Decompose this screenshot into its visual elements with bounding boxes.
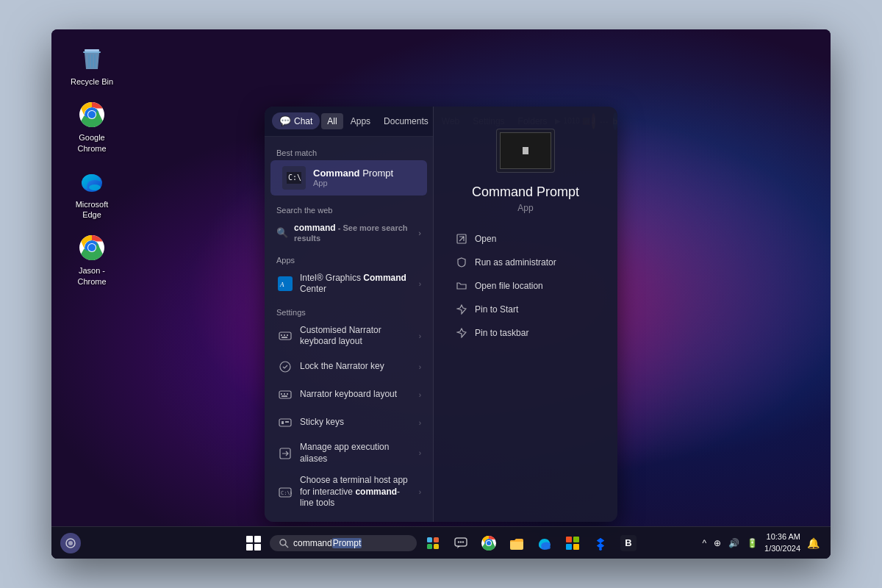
detail-app-icon — [496, 129, 555, 173]
action-file-location-label: Open file location — [475, 281, 543, 291]
notification-icon[interactable]: 🔔 — [805, 536, 822, 551]
search-web-icon: 🔍 — [276, 227, 288, 238]
web-search-item[interactable]: 🔍 command - See more search results › — [265, 218, 433, 248]
wifi-tray-icon[interactable]: ⊕ — [711, 537, 723, 550]
web-query-bold: command — [294, 223, 336, 233]
svg-text:C:\>: C:\> — [281, 490, 292, 496]
tab-chat[interactable]: 💬 Chat — [272, 112, 320, 129]
edge-taskbar-icon — [537, 535, 553, 551]
taskbar-edge-icon[interactable] — [533, 531, 556, 555]
cortana-button[interactable] — [60, 533, 81, 553]
taskbar-widgets-icon[interactable] — [421, 531, 445, 555]
desktop-icon-recycle-bin[interactable]: Recycle Bin — [66, 44, 118, 87]
taskbar-chrome-icon[interactable] — [477, 531, 501, 555]
taskbar-center: commandPrompt — [242, 531, 640, 555]
action-open-label: Open — [475, 234, 496, 244]
action-run-admin[interactable]: Run as administrator — [448, 251, 603, 273]
svg-point-48 — [462, 541, 464, 542]
svg-text:C:\>: C:\> — [288, 173, 301, 182]
tab-documents-label: Documents — [384, 116, 429, 126]
svg-point-24 — [280, 362, 290, 372]
clock-time: 10:36 AM — [764, 531, 800, 542]
start-menu: 💬 Chat All Apps Documents Web Settings — [265, 107, 617, 522]
tab-documents[interactable]: Documents — [378, 113, 434, 129]
cmd-preview — [500, 132, 551, 169]
monitor: Recycle Bin Google Chrome — [51, 29, 831, 559]
taskbar-b-icon[interactable]: B — [617, 531, 640, 555]
intel-arrow: › — [419, 280, 421, 288]
search-tabs: 💬 Chat All Apps Documents Web Settings — [265, 107, 433, 137]
svg-point-39 — [280, 539, 286, 545]
detail-app-name: Command Prompt — [472, 184, 579, 200]
best-match-type: App — [313, 179, 393, 187]
cmd-icon: C:\> — [282, 166, 306, 190]
svg-point-52 — [487, 541, 491, 545]
svg-rect-27 — [284, 393, 285, 395]
sticky-keys-item[interactable]: Sticky keys › — [265, 409, 433, 437]
narrator-key-item[interactable]: Lock the Narrator key › — [265, 353, 433, 381]
volume-icon[interactable]: 🔊 — [726, 537, 742, 550]
terminal-host-text: Choose a terminal host app for interacti… — [300, 475, 413, 509]
tab-apps[interactable]: Apps — [345, 113, 376, 129]
taskbar-store-icon[interactable] — [561, 531, 584, 555]
svg-rect-41 — [427, 537, 432, 542]
narrator-key-icon — [276, 358, 294, 376]
taskbar-dropbox-icon[interactable] — [589, 531, 612, 555]
google-chrome-label: Google Chrome — [66, 132, 118, 154]
taskbar-search-bar[interactable]: commandPrompt — [270, 535, 417, 551]
tab-apps-label: Apps — [351, 116, 370, 126]
microsoft-edge-icon — [77, 167, 107, 196]
sticky-keys-text: Sticky keys — [300, 417, 413, 429]
action-pin-taskbar[interactable]: Pin to taskbar — [448, 322, 603, 344]
chrome-jason-icon — [77, 233, 107, 262]
svg-rect-57 — [573, 537, 579, 542]
terminal-host-item[interactable]: C:\> Choose a terminal host app for inte… — [265, 470, 433, 514]
app-execution-text: Manage app execution aliases — [300, 442, 413, 465]
svg-rect-42 — [434, 537, 439, 542]
best-match-item[interactable]: C:\> Command Prompt App — [270, 160, 427, 196]
detail-panel: Command Prompt App Open Run as administr… — [434, 107, 617, 522]
svg-rect-56 — [566, 537, 572, 542]
action-pin-start[interactable]: Pin to Start — [448, 298, 603, 320]
svg-line-40 — [285, 545, 288, 548]
narrator-keyboard-text: Customised Narrator keyboard layout — [300, 325, 413, 348]
recycle-bin-icon — [77, 44, 107, 74]
svg-point-47 — [460, 541, 462, 542]
svg-point-55 — [543, 545, 551, 549]
action-open[interactable]: Open — [448, 228, 603, 250]
taskbar-explorer-icon[interactable] — [505, 531, 528, 555]
action-pin-start-label: Pin to Start — [475, 304, 518, 315]
sticky-keys-icon — [276, 414, 294, 431]
pin-taskbar-icon — [456, 327, 467, 339]
svg-rect-26 — [281, 393, 282, 395]
narrator-keyboard-arrow: › — [419, 332, 421, 340]
start-button[interactable] — [242, 531, 265, 555]
app-execution-item[interactable]: Manage app execution aliases › — [265, 437, 433, 470]
svg-rect-31 — [282, 421, 284, 424]
system-clock[interactable]: 10:36 AM 1/30/2024 — [764, 531, 800, 554]
narrator-keyboard-item[interactable]: Customised Narrator keyboard layout › — [265, 320, 433, 353]
widgets-icon — [426, 536, 440, 551]
svg-point-60 — [599, 548, 602, 551]
b-app-icon: B — [620, 535, 637, 551]
chat-bubble-icon — [453, 536, 468, 551]
desktop-icon-microsoft-edge[interactable]: Microsoft Edge — [66, 167, 118, 220]
tab-all[interactable]: All — [321, 113, 343, 129]
sticky-keys-arrow: › — [419, 419, 421, 427]
narrator-layout-item[interactable]: Narrator keyboard layout › — [265, 381, 433, 409]
intel-graphics-item[interactable]: A Intel® Graphics Command Center › — [265, 268, 433, 301]
best-match-name-bold: Command — [313, 168, 360, 179]
battery-icon[interactable]: 🔋 — [745, 537, 760, 550]
tray-chevron[interactable]: ^ — [700, 537, 709, 550]
search-panel: 💬 Chat All Apps Documents Web Settings — [265, 107, 434, 522]
svg-rect-23 — [282, 337, 287, 338]
open-icon — [456, 233, 467, 245]
desktop-icon-google-chrome[interactable]: Google Chrome — [66, 100, 118, 154]
search-text-query: command — [293, 538, 332, 548]
svg-text:A: A — [279, 281, 284, 288]
action-file-location[interactable]: Open file location — [448, 275, 603, 297]
narrator-key-text: Lock the Narrator key — [300, 361, 413, 373]
terminal-host-icon: C:\> — [276, 484, 294, 501]
taskbar-chat-icon[interactable] — [449, 531, 473, 555]
desktop-icon-chrome-jason[interactable]: Jason - Chrome — [66, 233, 118, 287]
